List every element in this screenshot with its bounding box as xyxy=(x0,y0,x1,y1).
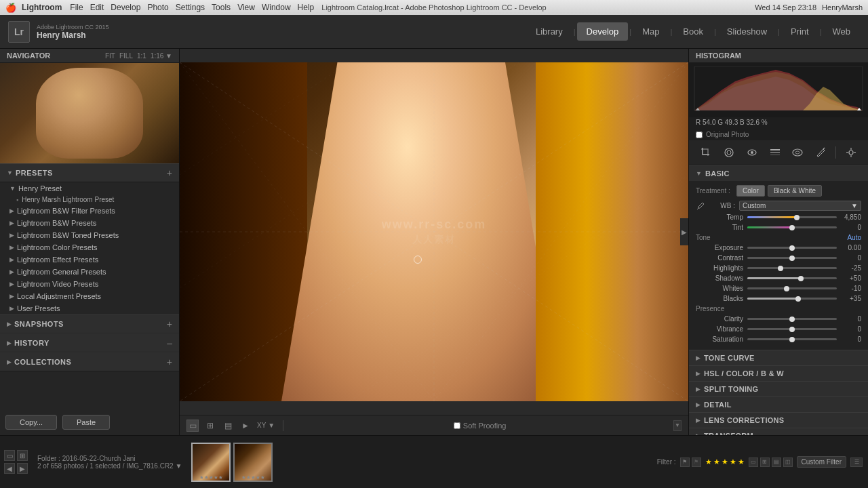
tab-slideshow[interactable]: Slideshow xyxy=(717,22,776,41)
filmstrip-prev-btn[interactable]: ◀ xyxy=(4,463,15,474)
whites-slider[interactable] xyxy=(747,287,837,289)
color-btn[interactable]: Color xyxy=(736,185,765,197)
copy-button[interactable]: Copy... xyxy=(5,415,57,430)
radial-filter-icon[interactable] xyxy=(789,144,806,161)
original-photo-checkbox[interactable] xyxy=(696,131,703,138)
apple-icon[interactable]: 🍎 xyxy=(5,3,16,13)
vibrance-thumb[interactable] xyxy=(789,327,795,332)
tint-slider[interactable] xyxy=(747,226,837,228)
menu-photo[interactable]: Photo xyxy=(147,3,168,12)
preset-group-effect[interactable]: ▶ Lightroom Effect Presets xyxy=(0,253,179,266)
basic-header[interactable]: ▼ Basic xyxy=(689,166,868,181)
soft-proofing-checkbox[interactable] xyxy=(454,422,460,429)
toolbar-collapse-btn[interactable]: ▼ xyxy=(673,420,682,431)
view-survey-icon[interactable]: ► xyxy=(239,420,252,432)
saturation-thumb[interactable] xyxy=(789,337,795,342)
spot-healing-icon[interactable] xyxy=(721,144,737,161)
wb-dropdown[interactable]: Custom ▼ xyxy=(739,201,861,211)
split-toning-header[interactable]: ▶ Split Toning xyxy=(689,382,868,396)
eyedropper-icon[interactable] xyxy=(696,201,705,211)
menu-edit[interactable]: Edit xyxy=(90,3,104,12)
navigator-header[interactable]: Navigator FIT FILL 1:1 1:16 ▼ xyxy=(0,49,179,63)
zoom-fill[interactable]: FILL xyxy=(119,52,133,60)
history-collapse-btn[interactable]: – xyxy=(167,338,172,348)
histogram-header[interactable]: Histogram xyxy=(689,49,868,63)
preset-group-local[interactable]: ▶ Local Adjustment Presets xyxy=(0,290,179,302)
menu-file[interactable]: File xyxy=(70,3,83,12)
preset-group-general[interactable]: ▶ Lightroom General Presets xyxy=(0,266,179,278)
clarity-thumb[interactable] xyxy=(789,317,795,322)
view-mode-3[interactable]: ▤ xyxy=(772,458,781,467)
temp-thumb[interactable] xyxy=(794,215,800,220)
preset-group-bw[interactable]: ▶ Lightroom B&W Presets xyxy=(0,217,179,229)
saturation-slider[interactable] xyxy=(747,338,837,340)
custom-filter-button[interactable]: Custom Filter xyxy=(797,456,846,468)
blacks-slider[interactable] xyxy=(747,298,837,300)
thumbnail-1[interactable] xyxy=(191,443,231,482)
preset-group-bw-filter[interactable]: ▶ Lightroom B&W Filter Presets xyxy=(0,205,179,217)
preset-group-user[interactable]: ▶ User Presets xyxy=(0,302,179,314)
exposure-slider[interactable] xyxy=(747,247,837,249)
temp-slider[interactable] xyxy=(747,216,837,218)
whites-thumb[interactable] xyxy=(784,286,789,291)
highlights-thumb[interactable] xyxy=(778,266,783,271)
flag-black[interactable]: ⚑ xyxy=(692,458,701,467)
rating-star-2[interactable]: ★ xyxy=(713,458,720,466)
adjustment-brush-icon[interactable] xyxy=(812,144,829,161)
view-grid-icon[interactable]: ⊞ xyxy=(204,420,216,432)
shadows-slider[interactable] xyxy=(747,277,837,279)
rating-star-4[interactable]: ★ xyxy=(730,458,736,466)
thumbnail-2[interactable] xyxy=(233,443,273,482)
settings-icon[interactable] xyxy=(843,144,859,161)
menu-develop[interactable]: Develop xyxy=(111,3,140,12)
presets-add-btn[interactable]: + xyxy=(167,167,172,178)
tab-book[interactable]: Book xyxy=(673,22,713,41)
crop-tool-icon[interactable] xyxy=(698,144,714,161)
tab-develop[interactable]: Develop xyxy=(577,22,629,41)
collections-add-btn[interactable]: + xyxy=(167,357,172,367)
view-icon-2[interactable]: ⊞ xyxy=(17,450,28,461)
view-icon-1[interactable]: ▭ xyxy=(4,450,15,461)
contrast-thumb[interactable] xyxy=(789,256,795,261)
clarity-slider[interactable] xyxy=(747,318,837,320)
graduated-filter-icon[interactable] xyxy=(767,144,783,161)
menu-view[interactable]: View xyxy=(237,3,255,12)
preset-group-henry[interactable]: ▼ Henry Preset xyxy=(0,182,179,195)
os-app-name[interactable]: Lightroom xyxy=(22,3,62,12)
zoom-fit[interactable]: FIT xyxy=(105,52,115,60)
right-panel-toggle[interactable]: ▶ xyxy=(680,218,688,245)
contrast-slider[interactable] xyxy=(747,257,837,259)
preset-henry-marsh[interactable]: ▪ Henry Marsh Lightroom Preset xyxy=(0,195,179,205)
blacks-thumb[interactable] xyxy=(795,296,801,302)
transform-header[interactable]: ▶ Transform xyxy=(689,428,868,435)
rating-star-1[interactable]: ★ xyxy=(705,458,712,466)
snapshots-add-btn[interactable]: + xyxy=(167,319,172,329)
redeye-icon[interactable] xyxy=(744,144,760,161)
tone-curve-header[interactable]: ▶ Tone Curve xyxy=(689,350,868,365)
menu-help[interactable]: Help xyxy=(298,3,315,12)
flag-white[interactable]: ⚑ xyxy=(680,458,690,467)
hsl-header[interactable]: ▶ HSL / Color / B & W xyxy=(689,366,868,381)
preset-group-video[interactable]: ▶ Lightroom Video Presets xyxy=(0,278,179,290)
menu-settings[interactable]: Settings xyxy=(176,3,205,12)
paste-button[interactable]: Paste xyxy=(62,415,110,430)
bw-btn[interactable]: Black & White xyxy=(768,185,822,197)
filmstrip-settings-btn[interactable]: ☰ xyxy=(850,458,863,467)
lens-corrections-header[interactable]: ▶ Lens Corrections xyxy=(689,413,868,428)
tab-library[interactable]: Library xyxy=(526,22,572,41)
exposure-thumb[interactable] xyxy=(789,245,795,251)
tab-print[interactable]: Print xyxy=(781,22,818,41)
vibrance-slider[interactable] xyxy=(747,328,837,330)
tab-map[interactable]: Map xyxy=(633,22,669,41)
menu-tools[interactable]: Tools xyxy=(212,3,231,12)
view-mode-1[interactable]: ▭ xyxy=(749,458,758,467)
snapshots-header[interactable]: ▶ Snapshots + xyxy=(0,314,179,333)
history-header[interactable]: ▶ History – xyxy=(0,333,179,352)
xy-dropdown[interactable]: XY▼ xyxy=(257,422,275,429)
rating-star-3[interactable]: ★ xyxy=(722,458,728,466)
zoom-custom[interactable]: 1:16 ▼ xyxy=(151,52,172,60)
detail-header[interactable]: ▶ Detail xyxy=(689,397,868,412)
tone-auto-btn[interactable]: Auto xyxy=(847,234,861,241)
view-compare-icon[interactable]: ▤ xyxy=(222,420,234,432)
rating-star-5[interactable]: ★ xyxy=(738,458,745,466)
